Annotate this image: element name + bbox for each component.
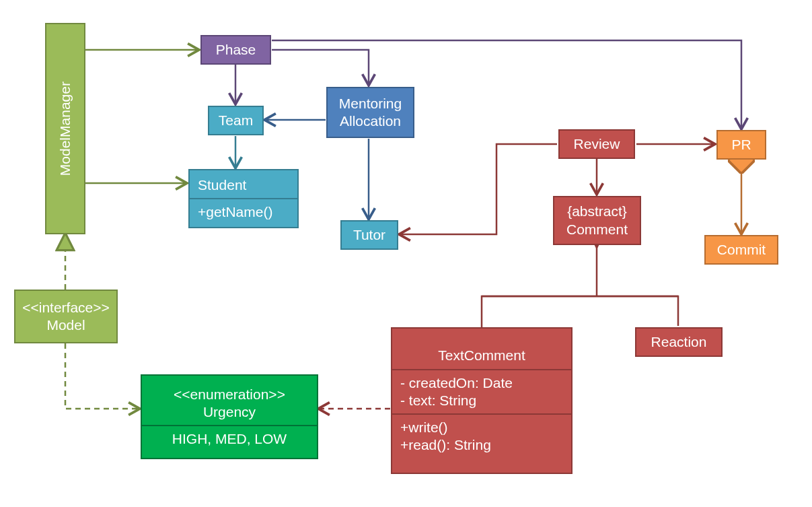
reaction-label: Reaction <box>651 333 707 351</box>
comment-l1: {abstract} <box>567 203 627 220</box>
urgency-stereo: <<enumeration>> <box>150 386 309 403</box>
class-student: Student +getName() <box>188 169 299 228</box>
class-tutor: Tutor <box>340 220 398 250</box>
edge-phase-mentoring <box>272 50 369 86</box>
class-comment: {abstract} Comment <box>553 196 641 245</box>
class-pr: PR <box>716 130 766 160</box>
class-review: Review <box>558 129 635 159</box>
edge-model-urgency <box>65 343 140 409</box>
model-stereo: <<interface>> <box>21 299 111 316</box>
mentoring-l2: Allocation <box>340 112 401 130</box>
mentoring-l1: Mentoring <box>339 95 402 112</box>
commit-label: Commit <box>717 241 766 259</box>
urgency-values: HIGH, MED, LOW <box>142 425 317 452</box>
urgency-name: Urgency <box>150 403 309 421</box>
student-method: +getName() <box>190 198 297 225</box>
team-label: Team <box>219 112 253 129</box>
textcomment-ops: +write() +read(): String <box>392 413 571 459</box>
comment-l2: Comment <box>566 221 628 238</box>
model-name: Model <box>21 316 111 334</box>
class-reaction: Reaction <box>635 327 723 357</box>
edge-review-tutor <box>399 144 557 234</box>
class-team: Team <box>208 106 264 135</box>
textcomment-name: TextComment <box>392 343 571 368</box>
enum-urgency: <<enumeration>> Urgency HIGH, MED, LOW <box>141 374 318 459</box>
edge-gen-branch <box>482 296 678 327</box>
tutor-label: Tutor <box>353 226 385 244</box>
review-label: Review <box>574 135 620 153</box>
textcomment-attrs: - createdOn: Date - text: String <box>392 369 571 414</box>
class-phase: Phase <box>200 35 271 65</box>
class-textcomment: TextComment - createdOn: Date - text: St… <box>391 327 573 474</box>
phase-label: Phase <box>216 41 256 59</box>
student-name: Student <box>190 172 297 198</box>
class-model: <<interface>> Model <box>14 290 118 343</box>
pr-label: PR <box>731 136 751 154</box>
class-modelmanager: ModelManager <box>45 23 85 234</box>
class-mentoringallocation: Mentoring Allocation <box>326 87 414 138</box>
class-commit: Commit <box>704 235 778 265</box>
modelmanager-label: ModelManager <box>57 81 74 176</box>
